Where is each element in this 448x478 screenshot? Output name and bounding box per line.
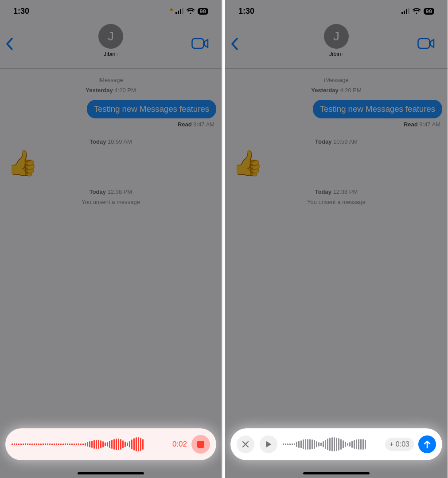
service-label: iMessage [230,77,442,83]
append-recording-button[interactable]: + 0:03 [385,438,414,451]
service-label: iMessage [5,77,216,83]
back-button[interactable] [5,37,13,51]
contact-name[interactable]: Jibin› [225,51,448,57]
status-time: 1:30 [13,7,29,16]
contact-avatar[interactable]: J [98,24,123,49]
conversation-header: J Jibin› [0,24,222,69]
status-right: 99 [401,8,434,15]
chevron-right-icon: › [342,51,344,57]
home-indicator[interactable] [303,472,370,474]
chevron-right-icon: › [117,51,118,57]
home-indicator[interactable] [78,472,144,474]
stop-icon [197,441,204,448]
audio-recording-panel: 0:02 [5,428,216,460]
status-time: 1:30 [238,7,254,16]
read-receipt: Read 9:47 AM [5,121,214,128]
unsent-notice: You unsent a message [230,199,442,205]
timestamp-3: Today 12:38 PM [5,188,216,195]
sent-message-bubble[interactable]: Testing new Messages features [313,100,442,118]
wifi-icon [186,8,195,14]
battery-badge: 99 [198,8,208,15]
recording-waveform [12,435,168,453]
thumbs-up-sticker[interactable]: 👍 [232,149,442,178]
wifi-icon [412,8,421,14]
recording-timer: 0:02 [172,440,187,449]
svg-rect-0 [192,39,204,48]
svg-rect-1 [418,39,430,48]
message-thread[interactable]: iMessage Yesterday 4:20 PM Testing new M… [225,69,448,205]
back-button[interactable] [230,37,238,51]
cancel-audio-button[interactable] [237,435,254,453]
thumbs-up-sticker[interactable]: 👍 [7,149,216,178]
status-bar: 1:30 99 [225,0,448,22]
timestamp-3: Today 12:38 PM [230,188,442,195]
sent-message-bubble[interactable]: Testing new Messages features [87,100,216,118]
timestamp-1: Yesterday 4:20 PM [5,87,216,94]
stop-recording-button[interactable] [191,435,210,454]
unsent-notice: You unsent a message [5,199,216,205]
timestamp-2: Today 10:59 AM [230,138,442,145]
timestamp-2: Today 10:59 AM [5,138,216,145]
contact-name[interactable]: Jibin› [0,51,222,57]
conversation-header: J Jibin› [225,24,448,69]
timestamp-1: Yesterday 4:20 PM [230,87,442,94]
battery-badge: 99 [424,8,434,15]
play-audio-button[interactable] [260,435,277,453]
facetime-button[interactable] [417,37,435,50]
status-right: 99 [170,8,208,15]
location-dot-icon [170,8,173,11]
message-thread[interactable]: iMessage Yesterday 4:20 PM Testing new M… [0,69,222,205]
audio-waveform[interactable] [283,435,382,453]
cellular-icon [175,8,183,14]
audio-preview-panel: + 0:03 [230,428,442,460]
read-receipt: Read 9:47 AM [230,121,440,128]
status-bar: 1:30 99 [0,0,222,22]
cellular-icon [401,8,409,14]
send-audio-button[interactable] [418,435,436,453]
facetime-button[interactable] [191,37,209,50]
contact-avatar[interactable]: J [324,24,349,49]
